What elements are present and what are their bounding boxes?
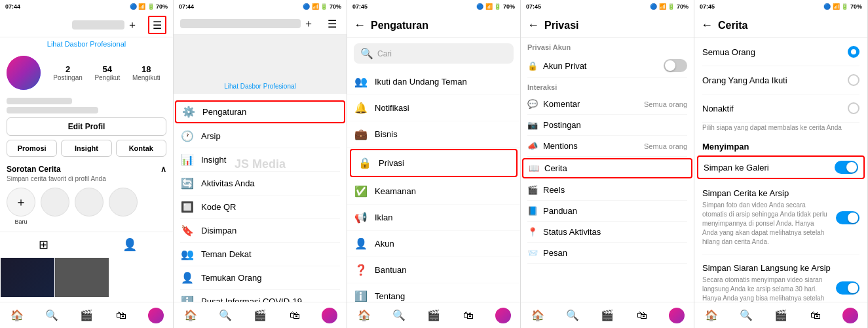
grid-tab[interactable]: ⊞ xyxy=(0,232,86,257)
nav-search-4[interactable]: 🔍 xyxy=(556,309,590,321)
nav-home[interactable]: 🏠 xyxy=(0,309,35,321)
privacy-cerita[interactable]: 📖 Cerita xyxy=(522,158,692,178)
screen-privacy: 07:45 🔵 📶 🔋 70% ← Privasi Privasi Akun 🔒… xyxy=(521,0,694,328)
back-button-settings[interactable]: ← xyxy=(354,18,366,32)
menu-aktivitas[interactable]: 🔄 Aktivitas Anda xyxy=(180,172,340,195)
nav-shop-3[interactable]: 🛍 xyxy=(451,310,485,321)
username-header-blur xyxy=(72,20,124,30)
nav-shop[interactable]: 🛍 xyxy=(104,310,138,321)
nav-search[interactable]: 🔍 xyxy=(35,309,69,321)
highlight-1[interactable] xyxy=(41,188,69,225)
menu-pengaturan[interactable]: ⚙️ Pengaturan xyxy=(175,100,345,123)
settings-iklan[interactable]: 📢 Iklan xyxy=(347,205,520,231)
highlight-3[interactable] xyxy=(109,188,138,225)
nav-reels-4[interactable]: 🎬 xyxy=(590,309,625,321)
radio-unselected-nonaktif[interactable] xyxy=(848,102,859,114)
save-gallery-toggle[interactable] xyxy=(835,161,858,174)
privacy-pesan[interactable]: 📨 Pesan xyxy=(527,243,687,264)
menu-icon[interactable]: ☰ xyxy=(148,16,166,34)
dasbor-link[interactable]: Lihat Dasbor Profesional xyxy=(0,37,173,51)
nav-search-2[interactable]: 🔍 xyxy=(208,309,243,321)
privacy-komentar[interactable]: 💬 Komentar Semua orang xyxy=(527,94,687,115)
nav-reels-2[interactable]: 🎬 xyxy=(243,309,278,321)
back-button-privacy[interactable]: ← xyxy=(527,18,539,32)
menu-disimpan[interactable]: 🔖 Disimpan xyxy=(180,219,340,243)
stat-followers: 54 Pengikut xyxy=(94,64,120,81)
settings-notif[interactable]: 🔔 Notifikasi xyxy=(347,95,520,121)
settings-bantuan[interactable]: ❓ Bantuan xyxy=(347,257,520,283)
add-icon[interactable]: ＋ xyxy=(124,17,140,33)
menu-arsip[interactable]: 🕐 Arsip xyxy=(180,125,340,148)
settings-bisnis[interactable]: 💼 Bisnis xyxy=(347,121,520,148)
menu-icon-2[interactable]: ☰ xyxy=(324,16,340,31)
highlight-2[interactable] xyxy=(75,188,104,225)
nav-home-3[interactable]: 🏠 xyxy=(347,309,382,321)
screen-settings: 07:45 🔵 📶 🔋 70% ← Pengaturan 🔍 Cari 👥 Ik… xyxy=(347,0,521,328)
search-bar[interactable]: 🔍 Cari xyxy=(354,43,514,64)
nav-shop-5[interactable]: 🛍 xyxy=(798,310,833,321)
menu-qr[interactable]: 🔲 Kode QR xyxy=(180,195,340,219)
story-icon: 📖 xyxy=(529,163,539,173)
tagged-tab[interactable]: 👤 xyxy=(86,232,173,257)
nav-profile-5[interactable] xyxy=(833,308,867,323)
privacy-panduan[interactable]: 📘 Panduan xyxy=(527,201,687,222)
nav-search-3[interactable]: 🔍 xyxy=(382,309,417,321)
nav-profile[interactable] xyxy=(138,308,173,323)
nav-profile-2[interactable] xyxy=(312,308,347,323)
nav-search-5[interactable]: 🔍 xyxy=(729,309,764,321)
stat-followers-num: 54 xyxy=(94,64,120,74)
activity-status-icon: 📍 xyxy=(527,227,538,237)
insight-button[interactable]: Insight xyxy=(61,140,111,157)
settings-title: Pengaturan xyxy=(371,20,428,31)
akun-privat-toggle[interactable] xyxy=(664,59,687,72)
menu-insight[interactable]: 📊 Insight xyxy=(180,148,340,172)
privacy-reels[interactable]: 🎬 Reels xyxy=(527,180,687,201)
menu-temukan-orang[interactable]: 👤 Temukan Orang xyxy=(180,266,340,290)
radio-selected-semua[interactable] xyxy=(848,46,859,58)
nav-reels-5[interactable]: 🎬 xyxy=(764,309,799,321)
privacy-mentions[interactable]: 📣 Mentions Semua orang xyxy=(527,136,687,157)
guide-icon: 📘 xyxy=(527,206,538,216)
save-story-arsip[interactable]: Simpan Cerita ke Arsip Simpan foto dan v… xyxy=(702,180,859,255)
nav-home-4[interactable]: 🏠 xyxy=(521,309,556,321)
privacy-akun-privat[interactable]: 🔒 Akun Privat xyxy=(527,54,687,78)
privacy-postingan[interactable]: 📷 Postingan xyxy=(527,115,687,136)
add-highlight-icon[interactable]: ＋ xyxy=(7,188,35,216)
grid-post-1 xyxy=(1,258,54,297)
highlight-new[interactable]: ＋ Baru xyxy=(7,188,35,225)
settings-icon: ⚙️ xyxy=(181,106,196,118)
username-blur xyxy=(7,98,72,104)
add-icon-2[interactable]: ＋ xyxy=(301,16,316,31)
nav-shop-2[interactable]: 🛍 xyxy=(277,310,312,321)
save-arsip-toggle[interactable] xyxy=(836,211,859,224)
nav-profile-4[interactable] xyxy=(659,308,694,323)
header-icons-2: ＋ ☰ xyxy=(301,16,340,31)
save-to-gallery[interactable]: Simpan ke Galeri xyxy=(697,155,865,179)
nav-shop-4[interactable]: 🛍 xyxy=(624,310,659,321)
stat-posts-label: Postingan xyxy=(53,74,82,81)
privacy-status-aktivitas[interactable]: 📍 Status Aktivitas xyxy=(527,222,687,243)
nav-home-5[interactable]: 🏠 xyxy=(694,309,729,321)
radio-unselected-ikuti[interactable] xyxy=(848,74,859,86)
nav-home-2[interactable]: 🏠 xyxy=(174,309,208,321)
kontak-button[interactable]: Kontak xyxy=(116,140,166,157)
settings-follow[interactable]: 👥 Ikuti dan Undang Teman xyxy=(347,69,520,95)
back-button-story[interactable]: ← xyxy=(701,18,713,32)
story-option-nonaktif[interactable]: Nonaktif xyxy=(702,94,859,123)
dasbor-link-2[interactable]: Lihat Dasbor Profesional xyxy=(174,81,347,91)
story-option-orang-ikuti[interactable]: Orang Yang Anda Ikuti xyxy=(702,66,859,94)
nav-profile-3[interactable] xyxy=(485,308,520,323)
avatar xyxy=(7,56,41,90)
settings-privasi[interactable]: 🔒 Privasi xyxy=(350,149,518,177)
menu-teman-dekat[interactable]: 👥 Teman Dekat xyxy=(180,243,340,266)
settings-keamanan[interactable]: ✅ Keamanan xyxy=(347,178,520,205)
nav-reels[interactable]: 🎬 xyxy=(69,309,104,321)
privacy-section-account: Privasi Akun xyxy=(527,38,687,54)
promosi-button[interactable]: Promosi xyxy=(7,140,57,157)
edit-profile-button[interactable]: Edit Profil xyxy=(7,117,166,136)
story-option-semua-orang[interactable]: Semua Orang xyxy=(702,38,859,66)
nav-reels-3[interactable]: 🎬 xyxy=(417,309,451,321)
save-live-toggle[interactable] xyxy=(836,281,859,295)
header-icons: ＋ ☰ xyxy=(124,16,166,34)
settings-akun[interactable]: 👤 Akun xyxy=(347,231,520,257)
